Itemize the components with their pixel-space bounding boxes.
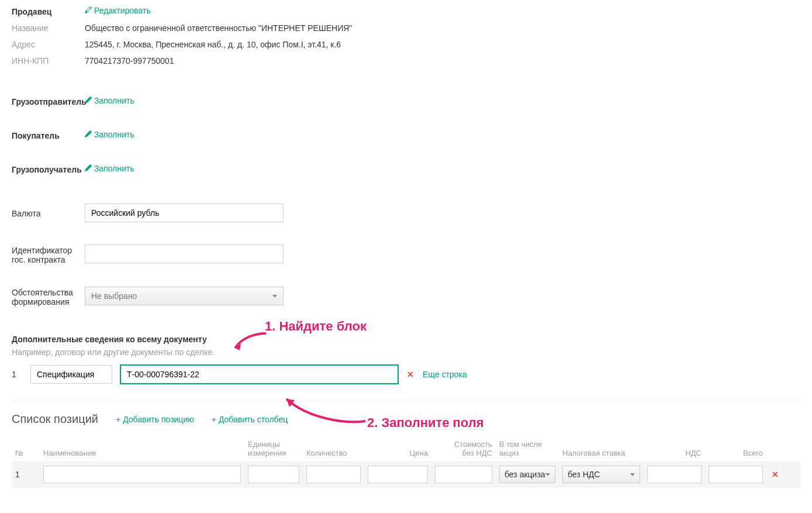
th-price: Цена (364, 449, 431, 457)
th-total: Всего (705, 449, 766, 457)
shipper-fill-link[interactable]: Заполнить (85, 96, 134, 105)
seller-name-label: Название (12, 22, 85, 33)
seller-edit-text: Редактировать (94, 6, 151, 15)
cell-total-input[interactable] (709, 466, 763, 483)
th-name: Наименование (40, 449, 244, 457)
th-unit: Единицы измерения (244, 440, 303, 457)
seller-addr-label: Адрес (12, 39, 85, 49)
currency-input[interactable] (85, 204, 284, 222)
shipper-label: Грузоотправитель (12, 96, 85, 106)
buyer-label: Покупатель (12, 130, 85, 140)
buyer-fill-link[interactable]: Заполнить (85, 130, 134, 139)
annotation-arrow-1 (228, 330, 275, 357)
row-delete-icon[interactable]: ✕ (772, 470, 779, 479)
positions-title: Список позиций (12, 412, 98, 426)
extra-row-num: 1 (12, 370, 22, 379)
buyer-fill-text: Заполнить (94, 130, 134, 139)
th-vat: НДС (644, 449, 705, 457)
extra-add-row-link[interactable]: Еще строка (423, 370, 467, 379)
seller-label: Продавец (12, 6, 85, 16)
pencil-icon (85, 130, 92, 139)
cell-excise-select[interactable]: без акциза (499, 466, 555, 483)
plus-icon: + (212, 415, 216, 424)
shipper-fill-text: Заполнить (94, 96, 134, 105)
cell-rate-select[interactable]: без НДС (562, 466, 640, 483)
th-excise: В том числе акциз (496, 440, 559, 457)
pencil-icon (85, 96, 92, 105)
currency-label: Валюта (12, 208, 85, 218)
plus-icon: + (116, 415, 120, 424)
th-qty: Количество (303, 449, 364, 457)
extra-section-hint: Например, договор или другие документы п… (12, 347, 800, 357)
consignee-fill-link[interactable]: Заполнить (85, 164, 134, 173)
add-position-link[interactable]: + Добавить позицию (116, 415, 194, 424)
gos-id-label: Идентификатор гос. контракта (12, 245, 85, 264)
circumstances-select[interactable]: Не выбрано (85, 287, 284, 305)
extra-row-delete[interactable]: ✕ (406, 370, 414, 379)
cell-name-input[interactable] (43, 466, 241, 483)
annotation-arrow-2 (275, 392, 368, 427)
gos-id-input[interactable] (85, 245, 284, 263)
consignee-fill-text: Заполнить (94, 164, 134, 173)
th-cost: Стоимость без НДС (431, 440, 496, 457)
extra-key-input[interactable] (30, 365, 112, 384)
pencil-icon (85, 6, 92, 15)
cell-unit-input[interactable] (248, 466, 299, 483)
extra-section-title: Дополнительные сведения ко всему докумен… (12, 335, 800, 344)
chevron-down-icon (545, 473, 550, 476)
table-row: 1 без акциза без НДС ✕ (12, 461, 800, 488)
seller-edit-link[interactable]: Редактировать (85, 6, 151, 15)
chevron-down-icon (630, 473, 635, 476)
seller-inn-value: 7704217370-997750001 (85, 55, 174, 66)
seller-inn-label: ИНН-КПП (12, 55, 85, 66)
cell-vat-input[interactable] (647, 466, 702, 483)
extra-value-input[interactable] (120, 365, 398, 384)
cell-price-input[interactable] (368, 466, 428, 483)
pencil-icon (85, 164, 92, 173)
seller-addr-value: 125445, г. Москва, Пресненская наб., д. … (85, 39, 341, 49)
chevron-down-icon (272, 295, 277, 298)
seller-name-value: Общество с ограниченной ответственностью… (85, 22, 352, 33)
cell-num: 1 (12, 470, 40, 479)
consignee-label: Грузополучатель (12, 164, 85, 174)
cell-cost-input[interactable] (435, 466, 492, 483)
circumstances-label: Обстоятельства формирования (12, 287, 85, 307)
circumstances-value: Не выбрано (91, 291, 137, 301)
cell-qty-input[interactable] (306, 466, 361, 483)
th-num: № (12, 449, 40, 457)
th-rate: Налоговая ставка (559, 449, 644, 457)
